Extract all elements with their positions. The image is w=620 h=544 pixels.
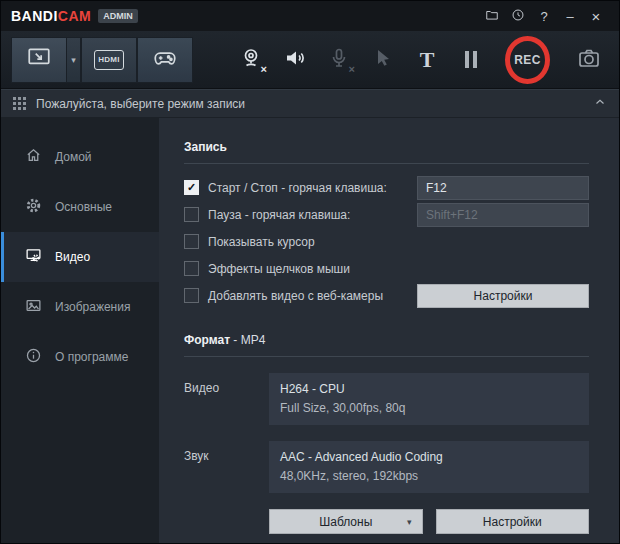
hotkey-start-stop-row: ✓ Старт / Стоп - горячая клавиша: F12 bbox=[184, 174, 589, 201]
toolbar-icons: × × T bbox=[229, 37, 493, 83]
clock-icon bbox=[511, 8, 525, 25]
pause-button[interactable] bbox=[449, 37, 493, 83]
bandicam-window: BANDICAM ADMIN ? – × ▾ HDMI bbox=[0, 0, 620, 544]
screen-recording-mode-button[interactable] bbox=[11, 37, 67, 83]
gear-icon bbox=[25, 197, 42, 217]
pause-hotkey-input[interactable]: Shift+F12 bbox=[417, 203, 589, 227]
folder-icon bbox=[485, 8, 499, 25]
grid-icon bbox=[13, 97, 26, 110]
webcam-toggle-button[interactable]: × bbox=[229, 37, 273, 83]
webcam-icon bbox=[239, 46, 263, 73]
webcam-settings-button[interactable]: Настройки bbox=[417, 284, 589, 308]
speaker-button[interactable] bbox=[273, 37, 317, 83]
banner-text: Пожалуйста, выберите режим записи bbox=[36, 97, 593, 111]
start-stop-hotkey-input[interactable]: F12 bbox=[417, 176, 589, 200]
close-button[interactable]: × bbox=[583, 5, 609, 27]
format-settings-button[interactable]: Настройки bbox=[436, 509, 590, 534]
minimize-button[interactable]: – bbox=[557, 5, 583, 27]
click-effects-row: Эффекты щелчков мыши bbox=[184, 255, 589, 282]
mouse-cursor-icon bbox=[371, 46, 395, 73]
text-tool-icon: T bbox=[420, 47, 435, 73]
sidebar-item-video[interactable]: Видео bbox=[1, 232, 159, 282]
record-section-title: Запись bbox=[184, 140, 589, 164]
screenshot-button[interactable] bbox=[568, 37, 609, 83]
dropdown-arrow-icon: ▾ bbox=[71, 55, 76, 65]
audio-format-row: Звук AAC - Advanced Audio Coding 48,0KHz… bbox=[184, 441, 589, 493]
chevron-up-icon bbox=[593, 98, 607, 112]
title-bar: BANDICAM ADMIN ? – × bbox=[1, 1, 619, 31]
help-button[interactable]: ? bbox=[531, 5, 557, 27]
game-recording-mode-button[interactable] bbox=[137, 37, 193, 83]
sidebar: Домой Основные Видео Изображения О прогр… bbox=[1, 118, 159, 543]
gamepad-icon bbox=[152, 45, 178, 74]
video-format-row: Видео H264 - CPU Full Size, 30,00fps, 80… bbox=[184, 373, 589, 425]
disabled-x-icon: × bbox=[261, 64, 267, 75]
video-codec-box: H264 - CPU Full Size, 30,00fps, 80q bbox=[269, 373, 589, 425]
timer-button[interactable] bbox=[505, 5, 531, 27]
show-cursor-checkbox[interactable] bbox=[184, 234, 199, 249]
app-logo: BANDICAM bbox=[11, 8, 91, 24]
audio-codec-box: AAC - Advanced Audio Coding 48,0KHz, ste… bbox=[269, 441, 589, 493]
disabled-x-icon: × bbox=[349, 64, 355, 75]
webcam-overlay-checkbox[interactable] bbox=[184, 288, 199, 303]
hotkey-pause-row: Пауза - горячая клавиша: Shift+F12 bbox=[184, 201, 589, 228]
screen-mode-dropdown[interactable]: ▾ bbox=[67, 37, 81, 83]
sidebar-item-general[interactable]: Основные bbox=[1, 182, 159, 232]
sidebar-item-images[interactable]: Изображения bbox=[1, 282, 159, 332]
templates-button[interactable]: Шаблоны ▾ bbox=[269, 509, 423, 534]
format-section-title: Формат - MP4 bbox=[184, 333, 589, 357]
admin-badge: ADMIN bbox=[98, 9, 138, 23]
speaker-icon bbox=[283, 46, 307, 73]
check-icon: ✓ bbox=[187, 181, 196, 194]
dropdown-arrow-icon: ▾ bbox=[407, 517, 412, 527]
mouse-effects-button[interactable] bbox=[361, 37, 405, 83]
device-recording-mode-button[interactable]: HDMI bbox=[81, 37, 137, 83]
mode-hint-banner: Пожалуйста, выберите режим записи bbox=[1, 89, 619, 118]
record-button[interactable]: REC bbox=[505, 36, 550, 84]
home-icon bbox=[25, 147, 42, 167]
camera-icon bbox=[577, 46, 601, 73]
video-settings-icon bbox=[25, 247, 42, 267]
open-folder-button[interactable] bbox=[479, 5, 505, 27]
recording-mode-group: ▾ HDMI bbox=[11, 37, 193, 83]
click-effects-checkbox[interactable] bbox=[184, 261, 199, 276]
microphone-toggle-button[interactable]: × bbox=[317, 37, 361, 83]
hdmi-device-icon: HDMI bbox=[94, 50, 124, 70]
screen-area-icon bbox=[26, 45, 52, 74]
collapse-banner-button[interactable] bbox=[593, 95, 607, 112]
image-icon bbox=[25, 297, 42, 317]
main-toolbar: ▾ HDMI × bbox=[1, 31, 619, 89]
info-icon bbox=[25, 347, 42, 367]
pause-icon bbox=[465, 51, 477, 68]
sidebar-item-home[interactable]: Домой bbox=[1, 132, 159, 182]
show-cursor-row: Показывать курсор bbox=[184, 228, 589, 255]
start-stop-checkbox[interactable]: ✓ bbox=[184, 180, 199, 195]
sidebar-item-about[interactable]: О программе bbox=[1, 332, 159, 382]
text-overlay-button[interactable]: T bbox=[405, 37, 449, 83]
pause-checkbox[interactable] bbox=[184, 207, 199, 222]
webcam-overlay-row: Добавлять видео с веб-камеры Настройки bbox=[184, 282, 589, 309]
video-settings-panel: Запись ✓ Старт / Стоп - горячая клавиша:… bbox=[159, 118, 619, 543]
microphone-icon bbox=[327, 46, 351, 73]
